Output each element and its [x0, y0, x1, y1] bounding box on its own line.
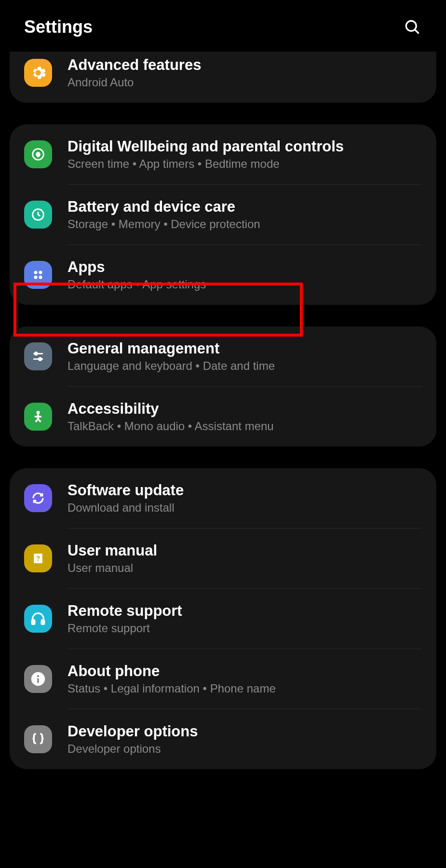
item-title: Software update	[68, 482, 422, 499]
item-subtitle: TalkBack • Mono audio • Assistant menu	[68, 420, 422, 433]
headphones-icon	[24, 605, 52, 633]
book-icon: ?	[24, 544, 52, 572]
svg-point-5	[39, 271, 42, 274]
svg-point-11	[39, 358, 41, 361]
item-subtitle: User manual	[68, 561, 422, 575]
gear-icon	[24, 59, 52, 87]
sliders-icon	[24, 342, 52, 370]
item-title: Advanced features	[68, 56, 422, 74]
item-title: User manual	[68, 542, 422, 559]
item-subtitle: Download and install	[68, 501, 422, 515]
settings-item-remote-support[interactable]: Remote supportRemote support	[10, 589, 436, 649]
svg-rect-15	[32, 620, 35, 624]
item-title: Digital Wellbeing and parental controls	[68, 138, 422, 155]
item-title: Developer options	[68, 723, 422, 740]
svg-rect-16	[41, 620, 44, 624]
search-icon	[404, 18, 421, 36]
item-subtitle: Android Auto	[68, 76, 422, 89]
person-icon	[24, 403, 52, 431]
item-title: General management	[68, 340, 422, 357]
svg-point-4	[34, 271, 38, 274]
settings-item-general-management[interactable]: General managementLanguage and keyboard …	[10, 326, 436, 386]
item-subtitle: Remote support	[68, 622, 422, 635]
svg-point-18	[37, 675, 39, 677]
item-text: Developer optionsDeveloper options	[68, 723, 422, 756]
item-subtitle: Storage • Memory • Device protection	[68, 217, 422, 231]
settings-item-accessibility[interactable]: AccessibilityTalkBack • Mono audio • Ass…	[10, 387, 436, 447]
settings-item-user-manual[interactable]: ?User manualUser manual	[10, 529, 436, 588]
item-text: About phoneStatus • Legal information • …	[68, 663, 422, 695]
item-subtitle: Default apps • App settings	[68, 278, 422, 291]
svg-point-10	[35, 353, 38, 355]
apps-icon	[24, 261, 52, 289]
svg-point-6	[34, 275, 38, 279]
item-title: Remote support	[68, 602, 422, 620]
item-subtitle: Status • Legal information • Phone name	[68, 682, 422, 695]
wellbeing-icon	[24, 140, 52, 168]
item-title: About phone	[68, 663, 422, 680]
page-title: Settings	[24, 17, 93, 37]
settings-group: Digital Wellbeing and parental controlsS…	[10, 124, 436, 305]
settings-group: General managementLanguage and keyboard …	[10, 326, 436, 447]
settings-item-developer-options[interactable]: Developer optionsDeveloper options	[10, 709, 436, 769]
item-text: AppsDefault apps • App settings	[68, 258, 422, 291]
item-text: Software updateDownload and install	[68, 482, 422, 515]
svg-text:?: ?	[36, 555, 40, 562]
settings-group: Advanced featuresAndroid Auto	[10, 52, 436, 103]
item-text: Advanced featuresAndroid Auto	[68, 56, 422, 89]
item-text: Digital Wellbeing and parental controlsS…	[68, 138, 422, 171]
settings-item-apps[interactable]: AppsDefault apps • App settings	[10, 245, 436, 305]
settings-item-software-update[interactable]: Software updateDownload and install	[10, 468, 436, 528]
item-text: General managementLanguage and keyboard …	[68, 340, 422, 373]
svg-rect-19	[37, 678, 39, 683]
settings-item-digital-wellbeing[interactable]: Digital Wellbeing and parental controlsS…	[10, 124, 436, 184]
item-text: User manualUser manual	[68, 542, 422, 575]
settings-group: Software updateDownload and install?User…	[10, 468, 436, 769]
item-subtitle: Developer options	[68, 742, 422, 756]
settings-item-advanced-features[interactable]: Advanced featuresAndroid Auto	[10, 52, 436, 103]
item-text: AccessibilityTalkBack • Mono audio • Ass…	[68, 400, 422, 433]
header: Settings	[0, 0, 446, 52]
svg-point-0	[406, 21, 416, 31]
settings-list: Advanced featuresAndroid AutoDigital Wel…	[0, 52, 446, 769]
svg-point-7	[39, 275, 42, 279]
settings-item-about-phone[interactable]: About phoneStatus • Legal information • …	[10, 649, 436, 709]
search-button[interactable]	[403, 17, 422, 37]
item-subtitle: Screen time • App timers • Bedtime mode	[68, 157, 422, 171]
care-icon	[24, 201, 52, 229]
item-text: Battery and device careStorage • Memory …	[68, 198, 422, 231]
item-subtitle: Language and keyboard • Date and time	[68, 359, 422, 373]
item-title: Accessibility	[68, 400, 422, 418]
info-icon	[24, 665, 52, 693]
item-text: Remote supportRemote support	[68, 602, 422, 635]
update-icon	[24, 484, 52, 512]
item-title: Battery and device care	[68, 198, 422, 216]
braces-icon	[24, 725, 52, 753]
item-title: Apps	[68, 258, 422, 276]
svg-line-1	[415, 29, 419, 33]
settings-item-battery-device-care[interactable]: Battery and device careStorage • Memory …	[10, 185, 436, 244]
